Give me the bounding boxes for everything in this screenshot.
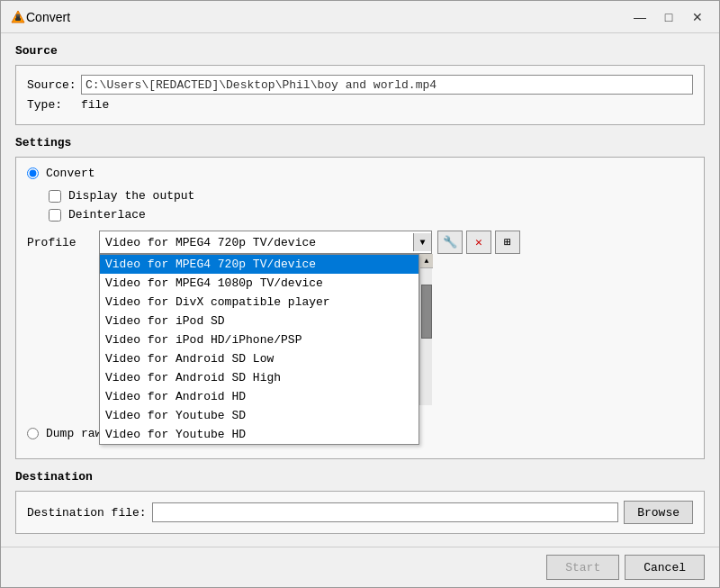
destination-box: Destination file: Browse [15, 491, 705, 534]
type-field-value: file [81, 98, 109, 112]
type-field-label: Type: [27, 98, 81, 112]
source-box: Source: Type: file [15, 65, 705, 125]
main-window: Convert — □ ✕ Source Source: Type: file [0, 0, 720, 588]
close-button[interactable]: ✕ [685, 8, 710, 26]
minimize-button[interactable]: — [627, 8, 652, 26]
deinterlace-row: Deinterlace [49, 208, 693, 222]
scrollbar-up-arrow[interactable]: ▲ [420, 254, 433, 268]
maximize-button[interactable]: □ [656, 8, 681, 26]
profile-row: Profile Video for MPEG4 720p TV/device ▼… [27, 231, 693, 254]
display-output-label: Display the output [68, 189, 194, 203]
window-controls: — □ ✕ [627, 8, 710, 26]
cancel-button[interactable]: Cancel [625, 555, 705, 580]
profile-option-2[interactable]: Video for DivX compatible player [100, 293, 418, 312]
profile-dropdown-list: Video for MPEG4 720p TV/device Video for… [99, 254, 419, 445]
source-section-title: Source [15, 44, 705, 58]
settings-section: Settings Convert Display the output Dein… [15, 136, 705, 459]
vlc-icon [10, 9, 26, 25]
destination-section-title: Destination [15, 470, 705, 484]
source-input[interactable] [81, 75, 693, 95]
deinterlace-label: Deinterlace [68, 208, 146, 222]
content-area: Source Source: Type: file Settings Conve [1, 33, 719, 547]
chevron-down-icon: ▼ [413, 233, 431, 251]
profile-select-text: Video for MPEG4 720p TV/device [105, 236, 408, 249]
scrollbar-thumb[interactable] [421, 285, 432, 339]
type-field-row: Type: file [27, 98, 693, 112]
source-field-row: Source: [27, 75, 693, 95]
profile-delete-button[interactable]: ✕ [466, 231, 491, 254]
settings-box: Convert Display the output Deinterlace P… [15, 157, 705, 459]
profile-option-8[interactable]: Video for Youtube SD [100, 406, 418, 425]
deinterlace-checkbox[interactable] [49, 209, 61, 222]
display-output-row: Display the output [49, 189, 693, 203]
destination-section: Destination Destination file: Browse [15, 470, 705, 534]
profile-edit-button[interactable]: 🔧 [437, 231, 463, 254]
bottom-bar: Start Cancel [1, 547, 719, 587]
title-bar: Convert — □ ✕ [1, 1, 719, 33]
profile-option-5[interactable]: Video for Android SD Low [100, 349, 418, 368]
profile-dropdown-wrapper: Video for MPEG4 720p TV/device ▼ Video f… [99, 231, 432, 254]
convert-radio-row: Convert [27, 167, 693, 180]
dump-radio[interactable] [27, 428, 39, 439]
profile-option-3[interactable]: Video for iPod SD [100, 312, 418, 330]
profile-label: Profile [27, 236, 99, 249]
svg-point-3 [16, 14, 21, 16]
profile-tools: 🔧 ✕ ⊞ [437, 231, 520, 254]
convert-radio-label: Convert [46, 167, 95, 180]
profile-option-7[interactable]: Video for Android HD [100, 387, 418, 406]
profile-option-1[interactable]: Video for MPEG4 1080p TV/device [100, 274, 418, 293]
dest-file-input[interactable] [152, 502, 619, 522]
profile-copy-button[interactable]: ⊞ [495, 231, 520, 254]
display-output-checkbox[interactable] [49, 190, 61, 203]
convert-radio[interactable] [27, 167, 39, 179]
profile-option-4[interactable]: Video for iPod HD/iPhone/PSP [100, 330, 418, 349]
profile-select-display[interactable]: Video for MPEG4 720p TV/device ▼ [99, 231, 432, 254]
profile-option-0[interactable]: Video for MPEG4 720p TV/device [100, 255, 418, 274]
source-section: Source Source: Type: file [15, 44, 705, 125]
dropdown-scrollbar: ▲ [419, 254, 432, 405]
profile-option-6[interactable]: Video for Android SD High [100, 368, 418, 387]
dest-file-label: Destination file: [27, 506, 147, 520]
profile-option-9[interactable]: Video for Youtube HD [100, 425, 418, 444]
window-title: Convert [26, 10, 627, 24]
browse-button[interactable]: Browse [624, 501, 693, 524]
settings-section-title: Settings [15, 136, 705, 149]
start-button[interactable]: Start [546, 555, 619, 580]
source-field-label: Source: [27, 78, 81, 92]
dest-file-row: Destination file: Browse [27, 501, 693, 524]
